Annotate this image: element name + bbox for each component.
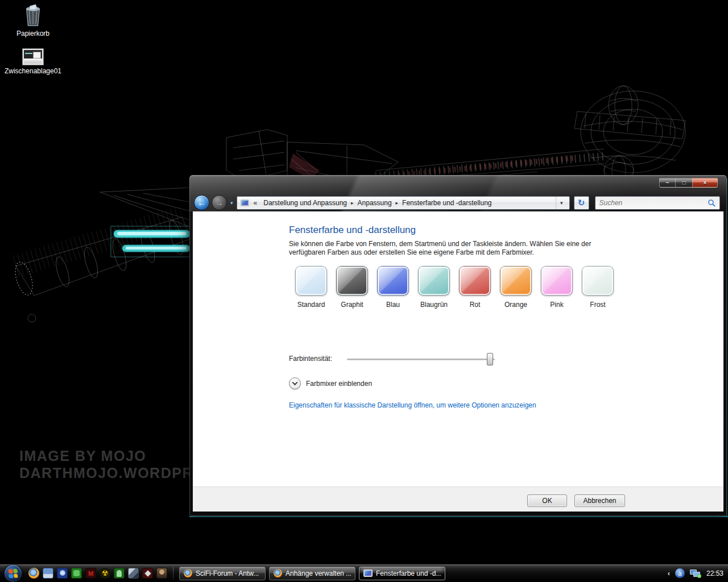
start-button[interactable] xyxy=(5,565,22,582)
taskbar-divider xyxy=(173,567,173,580)
color-option-graphit: Graphit xyxy=(336,266,368,309)
screenshot-file-icon xyxy=(0,49,66,65)
close-icon: × xyxy=(704,180,707,186)
swatch-label: Blau xyxy=(377,301,409,309)
history-dropdown-icon[interactable]: ▾ xyxy=(230,200,233,206)
color-option-pink: Pink xyxy=(541,266,573,309)
desktop: IMAGE BY MOJO DARTHMOJO.WORDPRESS.COM Pa… xyxy=(0,0,728,582)
classic-appearance-link[interactable]: Eigenschaften für klassische Darstellung… xyxy=(289,401,536,409)
clock[interactable]: 22:53 xyxy=(706,569,723,577)
mixer-expander: Farbmixer einblenden xyxy=(289,377,372,389)
color-swatch-row: Standard Graphit Blau Blaugrün Rot xyxy=(295,266,614,309)
close-button[interactable]: × xyxy=(692,178,718,188)
address-dropdown-icon[interactable]: ▾ xyxy=(556,197,567,209)
desktop-icon-zwischenablage[interactable]: Zwischenablage01 xyxy=(0,49,66,75)
swatch-label: Pink xyxy=(541,301,573,309)
color-swatch[interactable] xyxy=(459,266,491,296)
chevron-down-icon xyxy=(292,380,298,385)
desktop-icon-label: Papierkorb xyxy=(0,30,66,38)
breadcrumb-item[interactable]: Darstellung und Anpassung xyxy=(259,199,351,207)
tray-overflow-icon[interactable]: ‹ xyxy=(668,569,670,577)
search-box xyxy=(595,196,720,210)
breadcrumb-item[interactable]: Fensterfarbe und -darstellung xyxy=(398,199,495,207)
swatch-label: Standard xyxy=(295,301,327,309)
swatch-label: Graphit xyxy=(336,301,368,309)
maximize-icon: □ xyxy=(682,180,685,186)
navigation-bar: ← → ▾ « Darstellung und Anpassung ▸ Anpa… xyxy=(189,194,727,211)
forward-arrow-icon: → xyxy=(215,198,224,207)
caption-buttons: – □ × xyxy=(659,178,718,188)
task-button-anhaenge[interactable]: Anhänge verwalten ... xyxy=(269,567,355,580)
desktop-icon-recycle-bin[interactable]: Papierkorb xyxy=(0,3,66,38)
photo-app-icon[interactable] xyxy=(128,568,139,579)
maximize-button[interactable]: □ xyxy=(676,178,692,188)
firefox-icon xyxy=(274,569,282,577)
search-input[interactable] xyxy=(599,199,708,207)
page-title: Fensterfarbe und -darstellung xyxy=(289,225,416,236)
cancel-button[interactable]: Abbrechen xyxy=(574,494,625,507)
refresh-icon: ↻ xyxy=(578,198,585,208)
color-swatch[interactable] xyxy=(377,266,409,296)
back-button[interactable]: ← xyxy=(194,195,209,210)
forward-button[interactable]: → xyxy=(212,195,227,210)
color-option-orange: Orange xyxy=(500,266,532,309)
m-app-icon[interactable]: M xyxy=(85,568,96,579)
robot-app-icon[interactable] xyxy=(114,568,125,579)
color-swatch[interactable] xyxy=(295,266,327,296)
color-option-frost: Frost xyxy=(582,266,614,309)
task-button-label: SciFi-Forum - Antw... xyxy=(196,569,259,577)
color-option-blaugruen: Blaugrün xyxy=(418,266,450,309)
mixer-label[interactable]: Farbmixer einblenden xyxy=(306,380,372,388)
firefox-icon xyxy=(184,569,192,577)
system-tray: ‹ a 22:53 xyxy=(668,568,723,578)
task-button-label: Anhänge verwalten ... xyxy=(286,569,351,577)
breadcrumb-prefix[interactable]: « xyxy=(251,199,260,207)
green-app-icon[interactable] xyxy=(71,568,82,579)
emblem-app-icon[interactable] xyxy=(142,568,153,579)
swatch-label: Blaugrün xyxy=(418,301,450,309)
breadcrumb-bar[interactable]: « Darstellung und Anpassung ▸ Anpassung … xyxy=(237,196,570,210)
intensity-slider[interactable] xyxy=(347,359,495,360)
color-swatch[interactable] xyxy=(500,266,532,296)
network-icon[interactable] xyxy=(690,569,701,578)
swatch-label: Frost xyxy=(582,301,614,309)
desktop-icon-label: Zwischenablage01 xyxy=(0,67,66,75)
windows-logo-icon xyxy=(8,568,18,578)
color-swatch[interactable] xyxy=(582,266,614,296)
intensity-slider-thumb[interactable] xyxy=(487,353,493,365)
expand-button[interactable] xyxy=(289,377,301,389)
tray-messenger-icon[interactable]: a xyxy=(675,568,685,578)
color-option-blau: Blau xyxy=(377,266,409,309)
task-button-fensterfarbe[interactable]: Fensterfarbe und -d... xyxy=(359,567,445,580)
breadcrumb-item[interactable]: Anpassung xyxy=(354,199,396,207)
remote-desktop-icon[interactable] xyxy=(43,568,53,579)
color-swatch[interactable] xyxy=(336,266,368,296)
personalization-icon xyxy=(363,569,373,577)
window-footer: OK Abbrechen xyxy=(193,487,723,512)
color-option-rot: Rot xyxy=(459,266,491,309)
search-icon[interactable] xyxy=(708,199,715,207)
location-icon xyxy=(241,199,249,206)
radiation-app-icon[interactable]: ☢ xyxy=(100,568,110,579)
firefox-icon[interactable] xyxy=(28,568,39,579)
color-swatch[interactable] xyxy=(541,266,573,296)
swatch-label: Rot xyxy=(459,301,491,309)
color-swatch[interactable] xyxy=(418,266,450,296)
task-button-label: Fensterfarbe und -d... xyxy=(376,569,441,577)
media-player-icon[interactable] xyxy=(57,568,68,579)
portrait-app-icon[interactable] xyxy=(156,568,167,579)
color-option-standard: Standard xyxy=(295,266,327,309)
minimize-icon: – xyxy=(666,180,669,186)
taskbar: M ☢ SciFi-Forum - Antw... Anhänge verwal… xyxy=(0,564,728,582)
refresh-button[interactable]: ↻ xyxy=(574,196,589,210)
recycle-bin-icon xyxy=(0,3,66,27)
back-arrow-icon: ← xyxy=(197,198,206,207)
task-button-scifi-forum[interactable]: SciFi-Forum - Antw... xyxy=(179,567,266,580)
window-content: Fensterfarbe und -darstellung Sie können… xyxy=(193,211,723,487)
page-description: Sie können die Farbe von Fenstern, dem S… xyxy=(289,240,626,257)
minimize-button[interactable]: – xyxy=(659,178,676,188)
intensity-label: Farbintensität: xyxy=(289,355,332,363)
wallpaper-credit-line1: IMAGE BY MOJO xyxy=(19,448,146,464)
ok-button[interactable]: OK xyxy=(527,494,567,507)
control-panel-window: – □ × ← → ▾ « Darstellung und Anpassung … xyxy=(189,175,727,516)
